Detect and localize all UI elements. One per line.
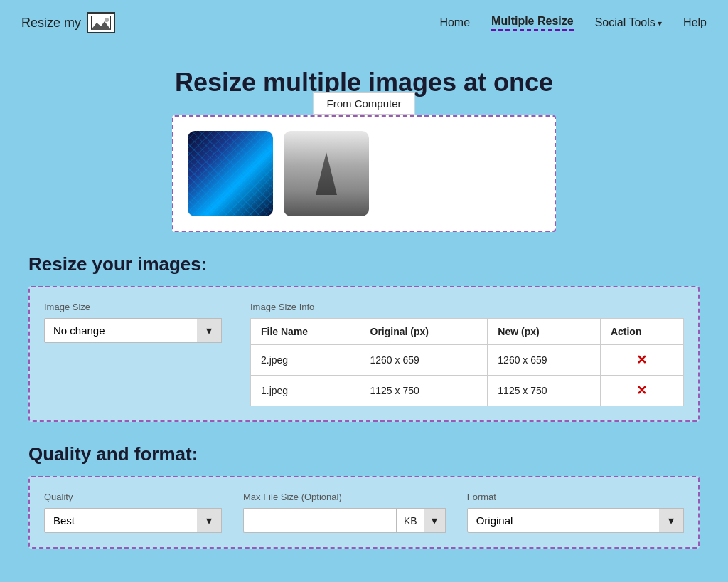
image-size-info-label: Image Size Info: [250, 302, 684, 312]
quality-section-title: Quality and format:: [28, 443, 700, 465]
max-size-input[interactable]: [243, 508, 396, 533]
navbar: Resize my Home Multiple Resize Social To…: [0, 0, 728, 46]
quality-section-box: Quality Best Good Medium Low ▾ Max File …: [28, 476, 700, 549]
format-panel: Format Original JPEG PNG WebP GIF ▾: [467, 492, 684, 533]
col-new: New (px): [488, 319, 601, 345]
format-select-wrapper: Original JPEG PNG WebP GIF ▾: [467, 508, 684, 533]
resize-section-title: Resize your images:: [28, 253, 700, 275]
quality-select-wrapper: Best Good Medium Low ▾: [44, 508, 222, 533]
max-size-panel: Max File Size (Optional) KB ▾: [243, 492, 446, 533]
brand-text: Resize my: [21, 16, 81, 31]
svg-point-2: [105, 18, 109, 22]
delete-btn-2[interactable]: ✕: [636, 383, 647, 398]
nav-home[interactable]: Home: [439, 16, 470, 29]
main-content: Resize multiple images at once From Comp…: [0, 46, 728, 582]
image-size-select[interactable]: No change Custom size Percentage: [44, 318, 222, 343]
max-size-input-row: KB ▾: [243, 508, 446, 533]
image-size-label: Image Size: [44, 302, 222, 312]
original-size-2: 1125 x 750: [360, 376, 488, 406]
col-original: Original (px): [360, 319, 488, 345]
col-action: Action: [600, 319, 683, 345]
table-row: 1.jpeg 1125 x 750 1125 x 750 ✕: [251, 376, 684, 406]
navbar-nav: Home Multiple Resize Social Tools Help: [439, 15, 707, 31]
svg-marker-1: [91, 21, 111, 30]
thumbnail-1: [188, 131, 273, 216]
format-label: Format: [467, 492, 684, 502]
quality-label: Quality: [44, 492, 222, 502]
format-select[interactable]: Original JPEG PNG WebP GIF: [467, 508, 684, 533]
image-size-info: Image Size Info File Name Original (px) …: [250, 302, 684, 406]
action-cell-2: ✕: [600, 376, 683, 406]
file-name-1: 2.jpeg: [251, 345, 360, 376]
resize-inner: Image Size No change Custom size Percent…: [44, 302, 684, 406]
original-size-1: 1260 x 659: [360, 345, 488, 376]
delete-btn-1[interactable]: ✕: [636, 352, 647, 368]
nav-social-tools[interactable]: Social Tools: [595, 16, 662, 29]
quality-section: Quality and format: Quality Best Good Me…: [28, 443, 700, 549]
upload-dropzone[interactable]: [172, 115, 556, 232]
upload-container: From Computer: [172, 115, 556, 232]
file-info-table: File Name Original (px) New (px) Action …: [250, 318, 684, 406]
action-cell-1: ✕: [600, 345, 683, 376]
thumbnail-2: [284, 131, 369, 216]
quality-inner: Quality Best Good Medium Low ▾ Max File …: [44, 492, 684, 533]
image-size-select-wrapper: No change Custom size Percentage ▾: [44, 318, 222, 343]
quality-select[interactable]: Best Good Medium Low: [44, 508, 222, 533]
from-computer-tab[interactable]: From Computer: [313, 92, 414, 115]
nav-help[interactable]: Help: [683, 16, 707, 29]
nav-multiple-resize[interactable]: Multiple Resize: [491, 15, 574, 31]
kb-dropdown-arrow[interactable]: ▾: [424, 508, 446, 533]
file-name-2: 1.jpeg: [251, 376, 360, 406]
max-size-label: Max File Size (Optional): [243, 492, 446, 502]
kb-label: KB: [396, 508, 424, 533]
image-icon: [91, 16, 111, 30]
brand: Resize my: [21, 12, 115, 33]
new-size-2: 1125 x 750: [488, 376, 601, 406]
col-filename: File Name: [251, 319, 360, 345]
quality-panel: Quality Best Good Medium Low ▾: [44, 492, 222, 533]
new-size-1: 1260 x 659: [488, 345, 601, 376]
image-size-panel: Image Size No change Custom size Percent…: [44, 302, 222, 343]
upload-section: From Computer: [28, 115, 700, 232]
resize-section: Resize your images: Image Size No change…: [28, 253, 700, 422]
brand-logo: [87, 12, 115, 33]
resize-section-box: Image Size No change Custom size Percent…: [28, 286, 700, 422]
table-row: 2.jpeg 1260 x 659 1260 x 659 ✕: [251, 345, 684, 376]
